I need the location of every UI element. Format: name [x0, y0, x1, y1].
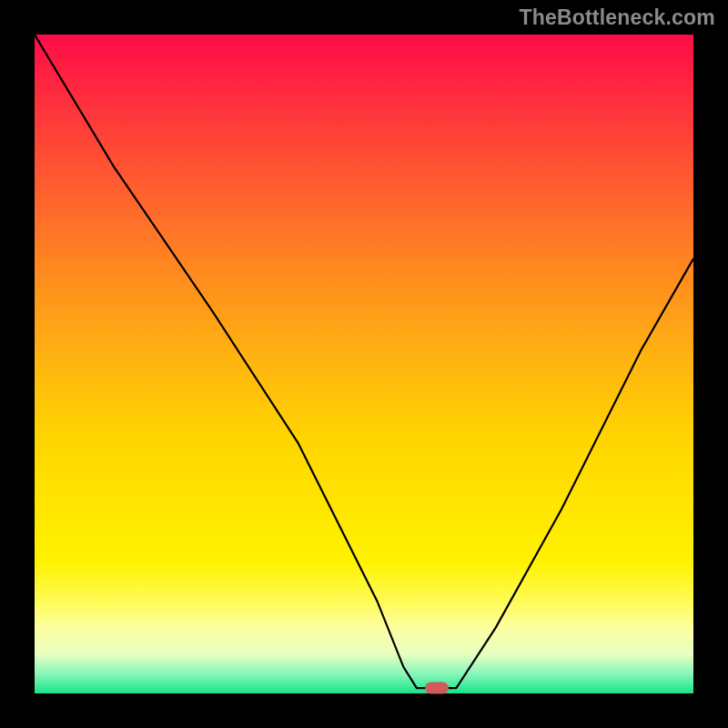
plot-area [35, 35, 693, 693]
chart-frame: TheBottleneck.com [0, 0, 728, 728]
bottleneck-curve [35, 35, 693, 693]
optimal-marker [425, 682, 449, 694]
watermark-text: TheBottleneck.com [519, 5, 715, 30]
curve-path [35, 35, 693, 688]
